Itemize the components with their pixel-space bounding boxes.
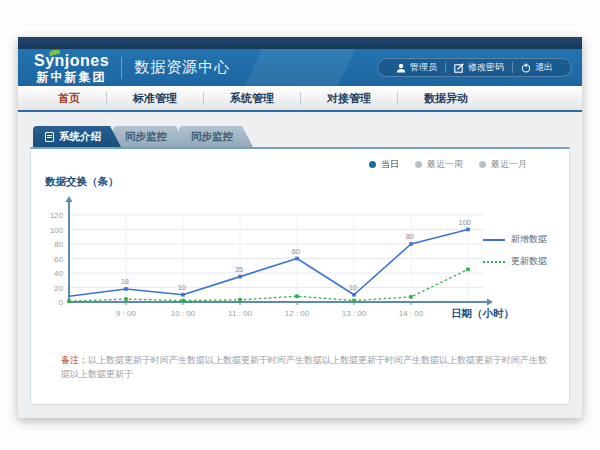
tab-system-intro[interactable]: 系统介绍 — [33, 126, 121, 147]
svg-text:120: 120 — [50, 211, 64, 220]
main-nav: 首页 标准管理 系统管理 对接管理 数据异动 — [18, 86, 582, 112]
edit-icon — [454, 63, 464, 73]
logo-text-cn: 新中新集团 — [34, 71, 109, 83]
svg-text:12 : 00: 12 : 00 — [285, 309, 310, 318]
filter-label: 当日 — [381, 158, 399, 171]
x-axis-title: 日期（小时） — [451, 307, 514, 321]
filter-today[interactable]: 当日 — [369, 158, 399, 171]
company-logo: Synjones 新中新集团 — [34, 53, 109, 83]
svg-text:13 : 00: 13 : 00 — [342, 309, 367, 318]
svg-text:14 : 00: 14 : 00 — [399, 309, 424, 318]
svg-text:60: 60 — [292, 247, 300, 256]
chart-panel: 当日 最近一周 最近一月 数据交换（条） 0204060801001209 : … — [30, 147, 570, 405]
tab-label: 同步监控 — [125, 130, 167, 144]
svg-text:0: 0 — [59, 298, 64, 307]
current-user-button[interactable]: 管理员 — [388, 61, 445, 74]
change-password-label: 修改密码 — [468, 61, 504, 74]
footnote-text: 以上数据更新于时间产生数据以上数据更新于时间产生数据以上数据更新于时间产生数据以… — [61, 355, 547, 379]
radio-dot-icon — [479, 161, 486, 168]
svg-text:80: 80 — [54, 240, 63, 249]
time-range-filters: 当日 最近一周 最近一月 — [369, 158, 527, 171]
nav-item-standard-mgmt[interactable]: 标准管理 — [107, 91, 203, 106]
app-header: Synjones 新中新集团 数据资源中心 管理员 — [18, 49, 582, 86]
svg-text:60: 60 — [54, 255, 63, 264]
tab-sync-monitor-2[interactable]: 同步监控 — [179, 126, 253, 147]
svg-text:18: 18 — [121, 277, 129, 286]
logout-button[interactable]: 退出 — [513, 61, 561, 74]
chart-legend: 新增数据 更新数据 — [483, 233, 547, 268]
tab-sync-monitor-1[interactable]: 同步监控 — [113, 126, 187, 147]
tab-label: 系统介绍 — [59, 130, 101, 144]
header-divider — [121, 57, 122, 79]
svg-text:9 : 00: 9 : 00 — [116, 309, 137, 318]
legend-line-icon — [483, 239, 505, 241]
tab-bar: 系统介绍 同步监控 同步监控 — [33, 126, 570, 147]
top-accent-bar — [18, 37, 582, 49]
svg-text:10 : 00: 10 : 00 — [171, 309, 196, 318]
nav-item-system-mgmt[interactable]: 系统管理 — [204, 91, 300, 106]
tab-label: 同步监控 — [191, 130, 233, 144]
content-area: 系统介绍 同步监控 同步监控 当日 最近一周 — [18, 112, 582, 405]
user-icon — [396, 63, 406, 73]
legend-entry-updated-data[interactable]: 更新数据 — [483, 255, 547, 268]
svg-text:10: 10 — [349, 283, 357, 292]
svg-text:20: 20 — [54, 284, 63, 293]
user-name-label: 管理员 — [410, 61, 437, 74]
svg-text:10: 10 — [178, 283, 186, 292]
logout-icon — [521, 63, 531, 73]
filter-last-week[interactable]: 最近一周 — [415, 158, 463, 171]
legend-line-icon — [483, 261, 505, 263]
nav-item-interface-mgmt[interactable]: 对接管理 — [301, 91, 397, 106]
radio-dot-icon — [415, 161, 422, 168]
svg-text:40: 40 — [54, 269, 63, 278]
change-password-button[interactable]: 修改密码 — [446, 61, 512, 74]
footnote: 备注：以上数据更新于时间产生数据以上数据更新于时间产生数据以上数据更新于时间产生… — [61, 354, 549, 381]
filter-label: 最近一周 — [427, 158, 463, 171]
svg-text:11 : 00: 11 : 00 — [228, 309, 252, 318]
page-background: Synjones 新中新集团 数据资源中心 管理员 — [0, 0, 600, 450]
filter-last-month[interactable]: 最近一月 — [479, 158, 527, 171]
svg-text:80: 80 — [406, 232, 414, 241]
document-icon — [45, 132, 54, 142]
legend-entry-new-data[interactable]: 新增数据 — [483, 233, 547, 246]
svg-text:35: 35 — [235, 265, 243, 274]
nav-item-home[interactable]: 首页 — [32, 91, 106, 106]
app-window: Synjones 新中新集团 数据资源中心 管理员 — [18, 37, 582, 418]
page-title: 数据资源中心 — [134, 58, 230, 77]
nav-item-data-change[interactable]: 数据异动 — [398, 91, 494, 106]
legend-label: 更新数据 — [511, 255, 547, 268]
user-menu: 管理员 修改密码 退出 — [377, 58, 572, 77]
filter-label: 最近一月 — [491, 158, 527, 171]
y-axis-title: 数据交换（条） — [45, 175, 119, 189]
footnote-prefix: 备注： — [61, 355, 88, 365]
svg-text:100: 100 — [458, 218, 471, 227]
logout-label: 退出 — [535, 61, 553, 74]
radio-dot-icon — [369, 161, 376, 168]
legend-label: 新增数据 — [511, 233, 547, 246]
logo-text-en: Synjones — [34, 53, 109, 69]
svg-text:100: 100 — [50, 226, 64, 235]
